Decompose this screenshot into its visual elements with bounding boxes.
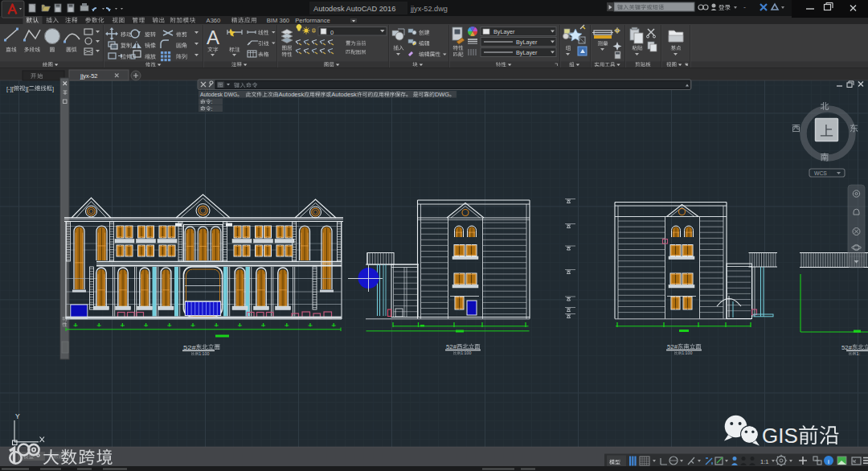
- svg-text:Autodesk: Autodesk: [331, 92, 357, 97]
- svg-text:A360: A360: [207, 17, 221, 24]
- svg-text:1:100: 1:100: [682, 351, 693, 355]
- svg-text:0: 0: [330, 29, 334, 36]
- svg-text:Autodesk AutoCAD 2016: Autodesk AutoCAD 2016: [313, 5, 395, 13]
- svg-text:-: -: [743, 3, 746, 11]
- svg-text:ByLayer: ByLayer: [516, 49, 538, 56]
- svg-text:52#: 52#: [183, 344, 196, 351]
- svg-text:52#: 52#: [446, 343, 457, 350]
- svg-text:1:1: 1:1: [760, 458, 768, 465]
- svg-text:Autodesk: Autodesk: [279, 92, 305, 97]
- svg-text:BIM 360: BIM 360: [267, 17, 289, 24]
- svg-text:[-][: [-][: [6, 85, 14, 92]
- svg-text:Y: Y: [15, 412, 20, 420]
- svg-text:WCS: WCS: [814, 170, 827, 176]
- svg-text:GIS: GIS: [762, 424, 798, 448]
- svg-text:jjyx-52.dwg: jjyx-52.dwg: [410, 5, 448, 13]
- svg-text:A: A: [207, 27, 219, 48]
- svg-text:ByLayer: ByLayer: [493, 28, 515, 35]
- svg-text:1:100: 1:100: [461, 351, 472, 355]
- svg-text:52#: 52#: [667, 343, 678, 350]
- svg-text:1:: 1:: [856, 352, 860, 356]
- svg-text:]: ]: [52, 85, 54, 92]
- svg-text::: :: [211, 106, 213, 112]
- svg-text:DWG: DWG: [435, 92, 449, 97]
- svg-text:i: i: [828, 458, 829, 465]
- svg-text:][: ][: [25, 85, 28, 92]
- svg-text:ByLayer: ByLayer: [516, 39, 538, 46]
- svg-text:1:100: 1:100: [199, 352, 210, 356]
- svg-text:Autodesk DWG: Autodesk DWG: [200, 92, 237, 97]
- svg-text:52#: 52#: [841, 344, 853, 351]
- svg-text::: :: [211, 99, 213, 104]
- svg-text:jjyx-52: jjyx-52: [80, 72, 97, 80]
- svg-text:Performance: Performance: [295, 17, 330, 24]
